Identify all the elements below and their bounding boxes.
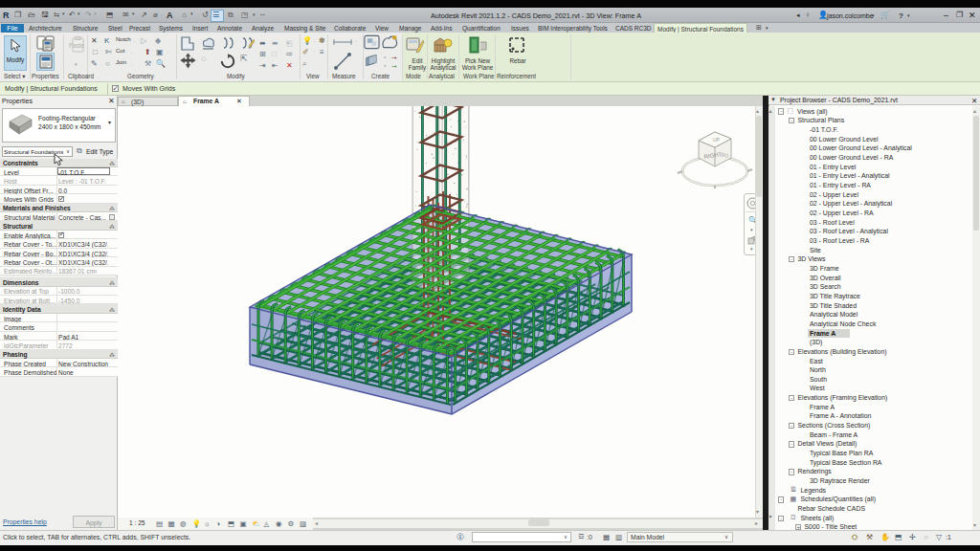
svg-text:UP: UP [713, 137, 721, 143]
